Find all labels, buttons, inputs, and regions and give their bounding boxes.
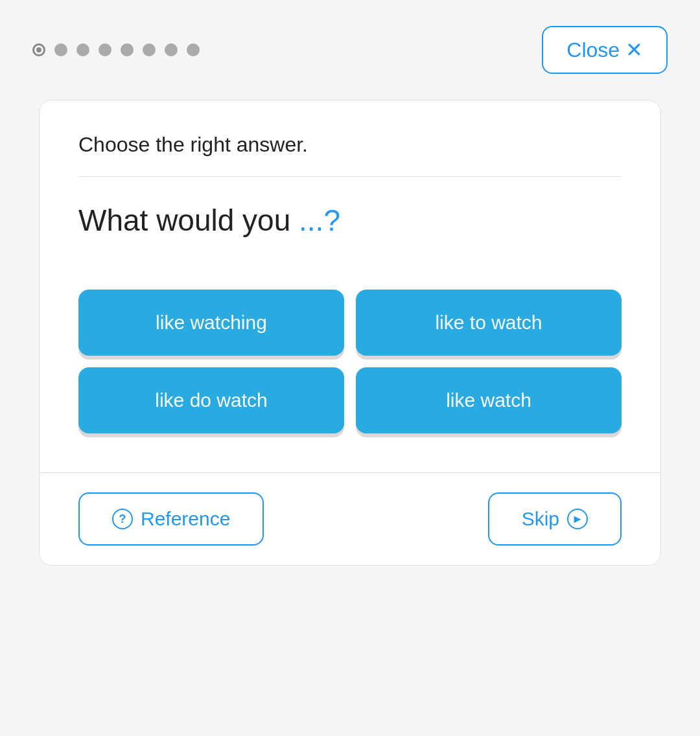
close-button[interactable]: Close ✕ xyxy=(542,26,668,74)
dot-5 xyxy=(121,43,134,56)
divider xyxy=(78,176,622,177)
dot-2 xyxy=(54,43,67,56)
skip-icon: ► xyxy=(567,509,588,529)
dot-7 xyxy=(165,43,178,56)
progress-dots xyxy=(32,43,200,56)
top-bar: Close ✕ xyxy=(0,0,700,93)
reference-icon: ? xyxy=(112,509,133,529)
answer-btn-2[interactable]: like to watch xyxy=(356,290,622,356)
question-prefix: What would you xyxy=(78,203,299,237)
answer-grid: like watching like to watch like do watc… xyxy=(78,290,622,433)
answer-btn-3[interactable]: like do watch xyxy=(78,367,344,433)
reference-label: Reference xyxy=(141,508,230,530)
dot-8 xyxy=(187,43,200,56)
main-card: Choose the right answer. What would you … xyxy=(39,100,661,566)
instruction-text: Choose the right answer. xyxy=(78,133,622,157)
question-blank: ...? xyxy=(299,203,340,237)
dot-3 xyxy=(76,43,89,56)
skip-button[interactable]: Skip ► xyxy=(488,492,622,546)
answer-btn-1[interactable]: like watching xyxy=(78,290,344,356)
dot-6 xyxy=(143,43,156,56)
dot-4 xyxy=(99,43,111,56)
card-content: Choose the right answer. What would you … xyxy=(40,100,660,472)
reference-button[interactable]: ? Reference xyxy=(78,492,264,546)
skip-label: Skip xyxy=(522,508,559,530)
question-text: What would you ...? xyxy=(78,203,622,238)
dot-1 xyxy=(32,43,45,56)
card-footer: ? Reference Skip ► xyxy=(40,472,660,565)
answer-btn-4[interactable]: like watch xyxy=(356,367,622,433)
